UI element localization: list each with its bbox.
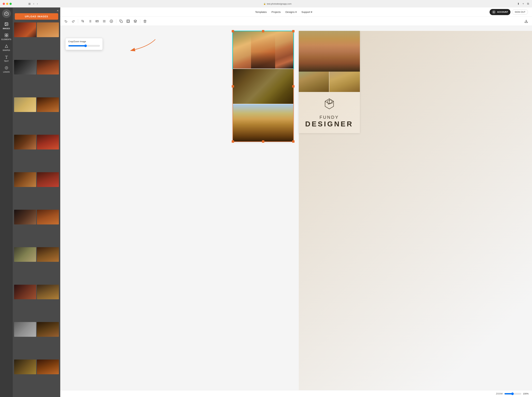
frame-button[interactable] <box>125 18 131 24</box>
undo-button[interactable] <box>63 18 69 24</box>
delete-button[interactable] <box>142 18 148 24</box>
sidebar-item-elements[interactable]: ELEMENTS <box>1 31 12 42</box>
list-item[interactable] <box>37 360 59 374</box>
list-item[interactable] <box>37 210 59 224</box>
nav-designs[interactable]: Designs ▾ <box>285 11 297 13</box>
list-item[interactable] <box>37 135 59 149</box>
list-item[interactable] <box>37 97 59 112</box>
account-button[interactable]: A ACCOUNT <box>489 9 510 15</box>
svg-rect-3 <box>7 34 8 35</box>
delete-icon <box>143 19 147 23</box>
images-icon <box>4 22 8 27</box>
close-panel-button[interactable]: × <box>57 9 59 12</box>
align-button[interactable] <box>101 18 107 24</box>
sidebar-item-shapes[interactable]: SHAPES <box>1 42 12 53</box>
lock-icon: 🔒 <box>263 3 266 5</box>
sidebar-toggle-btn[interactable]: ⊞ <box>28 2 31 6</box>
list-item[interactable] <box>14 247 36 262</box>
zoom-slider[interactable] <box>504 392 521 395</box>
download-button[interactable] <box>523 18 529 24</box>
url-bar[interactable]: 🔒 test.photodesignapp.com <box>40 3 516 5</box>
designs-chevron-icon: ▾ <box>295 11 297 13</box>
crop-zoom-slider[interactable] <box>68 44 100 47</box>
svg-rect-5 <box>7 36 8 37</box>
fill-icon <box>110 19 113 23</box>
collage-cell-top[interactable] <box>233 31 293 68</box>
collage-left[interactable] <box>232 31 294 142</box>
close-button[interactable] <box>3 3 5 5</box>
svg-point-1 <box>6 23 6 24</box>
list-item[interactable] <box>14 97 36 112</box>
maximize-button[interactable] <box>10 3 12 5</box>
zoom-label: ZOOM <box>496 392 503 395</box>
resize-handle-mb[interactable] <box>262 140 264 143</box>
crop-icon <box>81 19 85 23</box>
list-item[interactable] <box>14 210 36 224</box>
list-item[interactable] <box>14 22 36 37</box>
sidebar-item-text-label: TEXT <box>4 60 9 62</box>
list-item[interactable] <box>14 360 36 374</box>
new-tab-btn[interactable]: + <box>522 2 524 6</box>
sidebar-item-images-label: IMAGES <box>3 28 10 30</box>
list-item[interactable] <box>14 135 36 149</box>
list-item[interactable] <box>14 285 36 299</box>
crop-zoom-label: Crop/Zoom Image <box>68 40 100 43</box>
list-item[interactable] <box>14 322 36 337</box>
sidebar-logo[interactable] <box>2 9 11 18</box>
list-item[interactable] <box>37 285 59 299</box>
redo-button[interactable] <box>70 18 76 24</box>
list-item[interactable] <box>37 60 59 75</box>
nav-support[interactable]: Support ▾ <box>301 11 313 13</box>
share-btn[interactable]: ⬆ <box>517 2 520 6</box>
resize-handle-mt[interactable] <box>262 30 264 32</box>
signout-button[interactable]: SIGN OUT <box>512 9 528 15</box>
nav-templates[interactable]: Templates <box>255 11 267 13</box>
collage-right[interactable]: FUNDY DESIGNER <box>299 31 360 133</box>
list-item[interactable] <box>14 172 36 187</box>
resize-handle-tr[interactable] <box>292 30 294 32</box>
account-label: ACCOUNT <box>497 11 508 13</box>
resize-handle-br[interactable] <box>292 140 294 143</box>
collage-cell-bottom[interactable] <box>233 104 293 142</box>
list-button[interactable] <box>87 18 93 24</box>
collage-right-top-image <box>299 31 360 72</box>
support-chevron-icon: ▾ <box>311 11 312 13</box>
minimize-button[interactable] <box>6 3 8 5</box>
titlebar: ⊞ ‹ › 🔒 test.photodesignapp.com ⬆ + ⧉ <box>0 0 532 7</box>
collage-cell-middle[interactable] <box>233 68 293 104</box>
caption-button[interactable] <box>94 18 100 24</box>
list-item[interactable] <box>37 22 59 37</box>
undo-icon <box>64 19 68 23</box>
image-grid <box>13 22 60 397</box>
fill-button[interactable] <box>108 18 114 24</box>
tabs-btn[interactable]: ⧉ <box>527 2 529 6</box>
nav-projects[interactable]: Projects <box>271 11 281 13</box>
upload-images-button[interactable]: UPLOAD IMAGES <box>15 13 58 20</box>
titlebar-right: ⬆ + ⧉ <box>517 2 529 6</box>
sidebar-item-logos[interactable]: LOGOS <box>1 64 12 75</box>
resize-handle-mr[interactable] <box>292 85 294 87</box>
layers-button[interactable] <box>132 18 138 24</box>
image-panel: × UPLOAD IMAGES <box>13 7 60 397</box>
resize-handle-ml[interactable] <box>232 85 234 87</box>
list-item[interactable] <box>37 322 59 337</box>
copy-button[interactable] <box>118 18 124 24</box>
list-item[interactable] <box>37 247 59 262</box>
crop-button[interactable] <box>80 18 86 24</box>
resize-handle-tl[interactable] <box>232 30 234 32</box>
zoom-bar: ZOOM 100% <box>60 390 532 397</box>
sidebar: IMAGES ELEMENTS SHAPES <box>0 7 13 397</box>
account-avatar: A <box>492 10 496 14</box>
resize-handle-bl[interactable] <box>232 140 234 143</box>
navbar: Templates Projects Designs ▾ Support ▾ A… <box>60 7 532 17</box>
list-item[interactable] <box>37 172 59 187</box>
nav-forward-btn[interactable]: › <box>37 2 38 6</box>
toolbar <box>60 17 532 26</box>
nav-back-btn[interactable]: ‹ <box>33 2 34 6</box>
shapes-icon <box>4 44 8 49</box>
svg-rect-4 <box>5 36 6 37</box>
sidebar-item-text[interactable]: TEXT <box>1 53 12 64</box>
svg-rect-21 <box>127 20 129 22</box>
sidebar-item-images[interactable]: IMAGES <box>1 20 12 31</box>
list-item[interactable] <box>14 60 36 75</box>
